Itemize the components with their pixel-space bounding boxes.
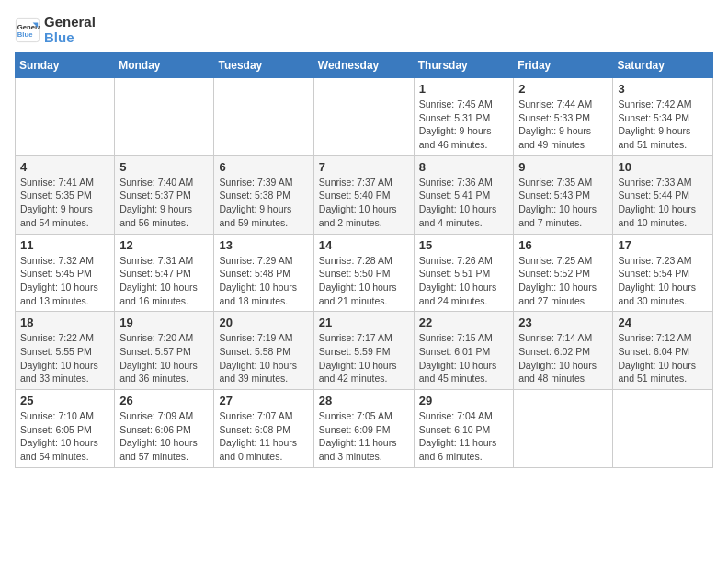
week-row-1: 4Sunrise: 7:41 AMSunset: 5:35 PMDaylight… (16, 155, 713, 234)
calendar-cell (214, 78, 313, 156)
calendar-cell (16, 78, 115, 156)
day-info: Sunrise: 7:09 AMSunset: 6:06 PMDaylight:… (119, 409, 209, 464)
header-friday: Friday (514, 53, 613, 78)
day-info: Sunrise: 7:40 AMSunset: 5:37 PMDaylight:… (119, 176, 209, 230)
day-number: 8 (419, 160, 509, 174)
day-number: 7 (319, 160, 409, 174)
svg-text:Blue: Blue (17, 30, 33, 39)
day-number: 16 (518, 238, 608, 252)
calendar-cell: 19Sunrise: 7:20 AMSunset: 5:57 PMDayligh… (115, 312, 214, 390)
calendar-cell: 20Sunrise: 7:19 AMSunset: 5:58 PMDayligh… (214, 312, 313, 390)
day-info: Sunrise: 7:07 AMSunset: 6:08 PMDaylight:… (219, 409, 308, 464)
day-info: Sunrise: 7:28 AMSunset: 5:50 PMDaylight:… (319, 254, 409, 308)
day-number: 25 (20, 394, 109, 408)
calendar-cell: 6Sunrise: 7:39 AMSunset: 5:38 PMDaylight… (214, 155, 313, 234)
day-number: 27 (219, 394, 308, 408)
day-info: Sunrise: 7:45 AMSunset: 5:31 PMDaylight:… (419, 98, 509, 152)
header-row: SundayMondayTuesdayWednesdayThursdayFrid… (16, 53, 713, 78)
day-info: Sunrise: 7:44 AMSunset: 5:33 PMDaylight:… (518, 98, 608, 152)
calendar-cell: 3Sunrise: 7:42 AMSunset: 5:34 PMDaylight… (613, 78, 713, 156)
day-number: 18 (20, 316, 109, 329)
day-number: 13 (219, 238, 308, 252)
calendar-cell: 9Sunrise: 7:35 AMSunset: 5:43 PMDaylight… (514, 155, 613, 234)
logo-text: GeneralBlue (44, 15, 96, 45)
week-row-0: 1Sunrise: 7:45 AMSunset: 5:31 PMDaylight… (16, 78, 713, 156)
day-number: 3 (618, 82, 708, 96)
day-info: Sunrise: 7:14 AMSunset: 6:02 PMDaylight:… (518, 331, 608, 385)
day-number: 23 (518, 316, 608, 329)
day-info: Sunrise: 7:39 AMSunset: 5:38 PMDaylight:… (219, 176, 308, 230)
logo-icon: General Blue (15, 17, 40, 43)
day-info: Sunrise: 7:20 AMSunset: 5:57 PMDaylight:… (119, 331, 209, 385)
day-info: Sunrise: 7:04 AMSunset: 6:10 PMDaylight:… (419, 409, 509, 464)
calendar-cell: 13Sunrise: 7:29 AMSunset: 5:48 PMDayligh… (214, 234, 313, 312)
header-tuesday: Tuesday (214, 53, 313, 78)
calendar-cell: 5Sunrise: 7:40 AMSunset: 5:37 PMDaylight… (115, 155, 214, 234)
day-info: Sunrise: 7:22 AMSunset: 5:55 PMDaylight:… (20, 331, 109, 385)
calendar-cell: 1Sunrise: 7:45 AMSunset: 5:31 PMDaylight… (414, 78, 514, 156)
calendar-cell: 26Sunrise: 7:09 AMSunset: 6:06 PMDayligh… (115, 390, 214, 468)
calendar-cell: 4Sunrise: 7:41 AMSunset: 5:35 PMDaylight… (16, 155, 115, 234)
day-number: 14 (319, 238, 409, 252)
week-row-3: 18Sunrise: 7:22 AMSunset: 5:55 PMDayligh… (16, 312, 713, 390)
day-number: 2 (518, 82, 608, 96)
calendar-cell (514, 390, 613, 468)
day-number: 5 (119, 160, 209, 174)
header-thursday: Thursday (414, 53, 514, 78)
day-number: 12 (119, 238, 209, 252)
calendar-cell: 17Sunrise: 7:23 AMSunset: 5:54 PMDayligh… (613, 234, 713, 312)
day-info: Sunrise: 7:29 AMSunset: 5:48 PMDaylight:… (219, 254, 308, 308)
day-number: 15 (419, 238, 509, 252)
calendar-body: 1Sunrise: 7:45 AMSunset: 5:31 PMDaylight… (16, 78, 713, 468)
header: General Blue GeneralBlue (15, 15, 713, 45)
calendar-cell: 14Sunrise: 7:28 AMSunset: 5:50 PMDayligh… (313, 234, 414, 312)
day-info: Sunrise: 7:19 AMSunset: 5:58 PMDaylight:… (219, 331, 308, 385)
day-info: Sunrise: 7:26 AMSunset: 5:51 PMDaylight:… (419, 254, 509, 308)
day-info: Sunrise: 7:12 AMSunset: 6:04 PMDaylight:… (618, 331, 708, 385)
calendar-cell: 28Sunrise: 7:05 AMSunset: 6:09 PMDayligh… (313, 390, 414, 468)
day-number: 21 (319, 316, 409, 329)
header-monday: Monday (115, 53, 214, 78)
day-number: 9 (518, 160, 608, 174)
calendar-cell: 25Sunrise: 7:10 AMSunset: 6:05 PMDayligh… (16, 390, 115, 468)
day-info: Sunrise: 7:42 AMSunset: 5:34 PMDaylight:… (618, 98, 708, 152)
day-info: Sunrise: 7:32 AMSunset: 5:45 PMDaylight:… (20, 254, 109, 308)
day-info: Sunrise: 7:31 AMSunset: 5:47 PMDaylight:… (119, 254, 209, 308)
calendar-cell: 2Sunrise: 7:44 AMSunset: 5:33 PMDaylight… (514, 78, 613, 156)
day-info: Sunrise: 7:25 AMSunset: 5:52 PMDaylight:… (518, 254, 608, 308)
day-info: Sunrise: 7:36 AMSunset: 5:41 PMDaylight:… (419, 176, 509, 230)
calendar-cell (313, 78, 414, 156)
day-info: Sunrise: 7:41 AMSunset: 5:35 PMDaylight:… (20, 176, 109, 230)
header-sunday: Sunday (16, 53, 115, 78)
day-number: 6 (219, 160, 308, 174)
calendar-cell: 12Sunrise: 7:31 AMSunset: 5:47 PMDayligh… (115, 234, 214, 312)
calendar-cell: 22Sunrise: 7:15 AMSunset: 6:01 PMDayligh… (414, 312, 514, 390)
calendar-cell: 27Sunrise: 7:07 AMSunset: 6:08 PMDayligh… (214, 390, 313, 468)
day-number: 24 (618, 316, 708, 329)
week-row-4: 25Sunrise: 7:10 AMSunset: 6:05 PMDayligh… (16, 390, 713, 468)
day-info: Sunrise: 7:15 AMSunset: 6:01 PMDaylight:… (419, 331, 509, 385)
day-number: 29 (419, 394, 509, 408)
day-number: 1 (419, 82, 509, 96)
calendar-cell: 18Sunrise: 7:22 AMSunset: 5:55 PMDayligh… (16, 312, 115, 390)
calendar-cell: 10Sunrise: 7:33 AMSunset: 5:44 PMDayligh… (613, 155, 713, 234)
calendar-cell: 16Sunrise: 7:25 AMSunset: 5:52 PMDayligh… (514, 234, 613, 312)
logo: General Blue GeneralBlue (15, 15, 96, 45)
calendar-cell: 23Sunrise: 7:14 AMSunset: 6:02 PMDayligh… (514, 312, 613, 390)
calendar-cell: 24Sunrise: 7:12 AMSunset: 6:04 PMDayligh… (613, 312, 713, 390)
day-number: 20 (219, 316, 308, 329)
day-number: 19 (119, 316, 209, 329)
calendar-cell: 29Sunrise: 7:04 AMSunset: 6:10 PMDayligh… (414, 390, 514, 468)
day-info: Sunrise: 7:35 AMSunset: 5:43 PMDaylight:… (518, 176, 608, 230)
day-number: 4 (20, 160, 109, 174)
calendar-cell: 7Sunrise: 7:37 AMSunset: 5:40 PMDaylight… (313, 155, 414, 234)
header-saturday: Saturday (613, 53, 713, 78)
day-number: 11 (20, 238, 109, 252)
calendar-cell: 8Sunrise: 7:36 AMSunset: 5:41 PMDaylight… (414, 155, 514, 234)
calendar-table: SundayMondayTuesdayWednesdayThursdayFrid… (15, 52, 713, 468)
day-number: 10 (618, 160, 708, 174)
day-number: 26 (119, 394, 209, 408)
day-info: Sunrise: 7:23 AMSunset: 5:54 PMDaylight:… (618, 254, 708, 308)
header-wednesday: Wednesday (313, 53, 414, 78)
calendar-cell (613, 390, 713, 468)
